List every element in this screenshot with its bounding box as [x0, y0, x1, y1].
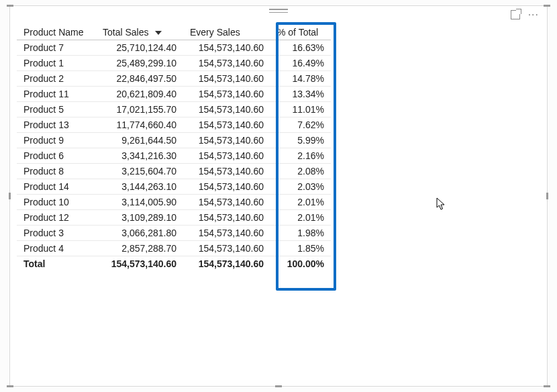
table-row[interactable]: Product 1120,621,809.40154,573,140.6013.… [17, 87, 331, 102]
drag-handle-icon[interactable] [269, 9, 288, 13]
cell-pct-of-total: 2.01% [270, 210, 331, 226]
cell-product-name: Product 14 [17, 179, 96, 195]
cell-pct-of-total: 16.63% [270, 40, 331, 56]
column-header-product-name[interactable]: Product Name [17, 25, 96, 40]
cell-total-sales: 11,774,660.40 [96, 117, 183, 133]
resize-handle[interactable] [9, 193, 11, 199]
sort-descending-icon [155, 31, 162, 35]
more-options-icon[interactable]: ··· [528, 10, 539, 19]
cell-product-name: Product 3 [17, 226, 96, 241]
cell-total-sales: 3,341,216.30 [96, 148, 183, 164]
cell-product-name: Product 2 [17, 71, 96, 87]
resize-handle[interactable] [7, 5, 13, 7]
cell-product-name: Product 8 [17, 164, 96, 179]
cell-product-name: Product 6 [17, 148, 96, 164]
table-row[interactable]: Product 103,114,005.90154,573,140.602.01… [17, 195, 331, 210]
column-header-label: Total Sales [103, 27, 148, 38]
cell-pct-of-total: 7.62% [270, 117, 331, 133]
cell-pct-of-total: 14.78% [270, 71, 331, 87]
cell-every-sales: 154,573,140.60 [183, 87, 270, 102]
total-every: 154,573,140.60 [183, 256, 270, 272]
cell-every-sales: 154,573,140.60 [183, 148, 270, 164]
table-row[interactable]: Product 42,857,288.70154,573,140.601.85% [17, 241, 331, 256]
table-row[interactable]: Product 1311,774,660.40154,573,140.607.6… [17, 117, 331, 133]
resize-handle[interactable] [544, 385, 550, 387]
cell-pct-of-total: 5.99% [270, 133, 331, 148]
cell-pct-of-total: 2.03% [270, 179, 331, 195]
table-row[interactable]: Product 517,021,155.70154,573,140.6011.0… [17, 102, 331, 117]
cell-total-sales: 3,114,005.90 [96, 195, 183, 210]
cell-pct-of-total: 2.16% [270, 148, 331, 164]
resize-handle[interactable] [546, 193, 548, 199]
cell-product-name: Product 11 [17, 87, 96, 102]
table-row[interactable]: Product 99,261,644.50154,573,140.605.99% [17, 133, 331, 148]
resize-handle[interactable] [544, 5, 550, 7]
cell-every-sales: 154,573,140.60 [183, 117, 270, 133]
column-header-pct-of-total[interactable]: % of Total [270, 25, 331, 40]
cell-pct-of-total: 11.01% [270, 102, 331, 117]
table-row[interactable]: Product 63,341,216.30154,573,140.602.16% [17, 148, 331, 164]
table-row[interactable]: Product 123,109,289.10154,573,140.602.01… [17, 210, 331, 226]
column-header-every-sales[interactable]: Every Sales [183, 25, 270, 40]
cell-every-sales: 154,573,140.60 [183, 210, 270, 226]
cell-total-sales: 2,857,288.70 [96, 241, 183, 256]
resize-handle[interactable] [275, 385, 282, 387]
data-table: Product Name Total Sales Every Sales % o… [17, 25, 331, 271]
cell-pct-of-total: 1.98% [270, 226, 331, 241]
cell-every-sales: 154,573,140.60 [183, 195, 270, 210]
total-pct: 100.00% [270, 256, 331, 272]
cell-product-name: Product 10 [17, 195, 96, 210]
cell-every-sales: 154,573,140.60 [183, 40, 270, 56]
total-label: Total [17, 256, 96, 272]
cell-pct-of-total: 13.34% [270, 87, 331, 102]
cell-total-sales: 3,109,289.10 [96, 210, 183, 226]
cell-every-sales: 154,573,140.60 [183, 133, 270, 148]
table-visual-frame[interactable]: ··· Product Name Total Sales Every Sales… [9, 5, 548, 387]
cell-total-sales: 25,489,299.10 [96, 56, 183, 71]
table-row[interactable]: Product 222,846,497.50154,573,140.6014.7… [17, 71, 331, 87]
cell-total-sales: 9,261,644.50 [96, 133, 183, 148]
resize-handle[interactable] [7, 385, 13, 387]
cell-every-sales: 154,573,140.60 [183, 71, 270, 87]
cell-product-name: Product 9 [17, 133, 96, 148]
focus-mode-icon[interactable] [511, 10, 520, 19]
table-row[interactable]: Product 125,489,299.10154,573,140.6016.4… [17, 56, 331, 71]
column-header-total-sales[interactable]: Total Sales [96, 25, 183, 40]
cell-pct-of-total: 16.49% [270, 56, 331, 71]
cell-every-sales: 154,573,140.60 [183, 241, 270, 256]
cell-total-sales: 25,710,124.40 [96, 40, 183, 56]
cell-product-name: Product 13 [17, 117, 96, 133]
cell-total-sales: 22,846,497.50 [96, 71, 183, 87]
table-row[interactable]: Product 725,710,124.40154,573,140.6016.6… [17, 40, 331, 56]
cell-every-sales: 154,573,140.60 [183, 56, 270, 71]
cell-total-sales: 3,144,263.10 [96, 179, 183, 195]
cell-pct-of-total: 2.01% [270, 195, 331, 210]
cell-pct-of-total: 1.85% [270, 241, 331, 256]
table-row[interactable]: Product 33,066,281.80154,573,140.601.98% [17, 226, 331, 241]
cell-total-sales: 3,215,604.70 [96, 164, 183, 179]
cell-total-sales: 17,021,155.70 [96, 102, 183, 117]
cell-product-name: Product 1 [17, 56, 96, 71]
table-total-row: Total154,573,140.60154,573,140.60100.00% [17, 256, 331, 272]
cell-product-name: Product 12 [17, 210, 96, 226]
cell-product-name: Product 5 [17, 102, 96, 117]
cell-total-sales: 20,621,809.40 [96, 87, 183, 102]
table-row[interactable]: Product 143,144,263.10154,573,140.602.03… [17, 179, 331, 195]
total-sales: 154,573,140.60 [96, 256, 183, 272]
cell-every-sales: 154,573,140.60 [183, 226, 270, 241]
cell-product-name: Product 7 [17, 40, 96, 56]
cell-product-name: Product 4 [17, 241, 96, 256]
cell-every-sales: 154,573,140.60 [183, 102, 270, 117]
table-row[interactable]: Product 83,215,604.70154,573,140.602.08% [17, 164, 331, 179]
cell-every-sales: 154,573,140.60 [183, 164, 270, 179]
cell-pct-of-total: 2.08% [270, 164, 331, 179]
cell-every-sales: 154,573,140.60 [183, 179, 270, 195]
cell-total-sales: 3,066,281.80 [96, 226, 183, 241]
